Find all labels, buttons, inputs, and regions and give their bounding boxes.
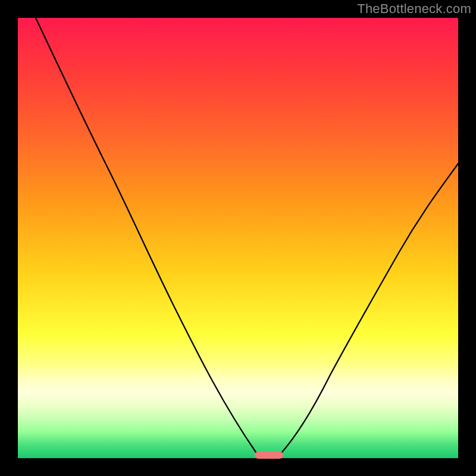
bottleneck-curve (18, 18, 458, 458)
plot-area (18, 18, 458, 458)
optimal-marker (255, 452, 283, 459)
curve-right (282, 164, 458, 452)
chart-frame: TheBottleneck.com (0, 0, 476, 476)
watermark-text: TheBottleneck.com (357, 1, 471, 17)
curve-left (36, 18, 256, 452)
